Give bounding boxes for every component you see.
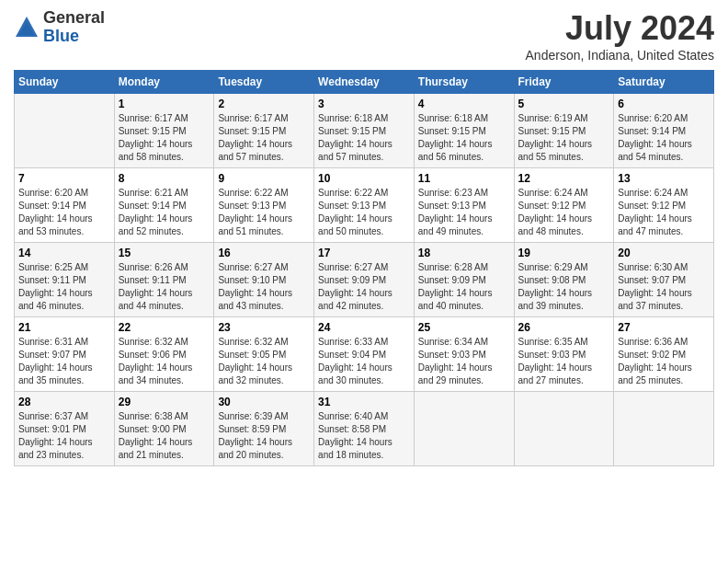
logo-icon <box>14 15 40 40</box>
calendar-cell: 22 Sunrise: 6:32 AMSunset: 9:06 PMDaylig… <box>114 317 214 392</box>
day-info: Sunrise: 6:18 AMSunset: 9:15 PMDaylight:… <box>318 112 410 164</box>
day-info: Sunrise: 6:17 AMSunset: 9:15 PMDaylight:… <box>218 112 310 164</box>
calendar-cell: 16 Sunrise: 6:27 AMSunset: 9:10 PMDaylig… <box>214 243 314 317</box>
day-info: Sunrise: 6:24 AMSunset: 9:12 PMDaylight:… <box>518 187 610 238</box>
day-info: Sunrise: 6:32 AMSunset: 9:05 PMDaylight:… <box>218 336 310 387</box>
day-info: Sunrise: 6:22 AMSunset: 9:13 PMDaylight:… <box>218 187 310 238</box>
day-info: Sunrise: 6:22 AMSunset: 9:13 PMDaylight:… <box>318 187 410 238</box>
calendar-cell: 29 Sunrise: 6:38 AMSunset: 9:00 PMDaylig… <box>114 392 214 466</box>
calendar-cell: 19 Sunrise: 6:29 AMSunset: 9:08 PMDaylig… <box>514 243 614 317</box>
day-number: 15 <box>119 247 210 259</box>
main-title: July 2024 <box>526 9 714 48</box>
calendar-cell: 23 Sunrise: 6:32 AMSunset: 9:05 PMDaylig… <box>214 317 314 392</box>
calendar-week-0: 1 Sunrise: 6:17 AMSunset: 9:15 PMDayligh… <box>15 94 714 168</box>
day-number: 19 <box>518 247 610 259</box>
calendar-cell <box>514 392 614 466</box>
calendar-cell: 11 Sunrise: 6:23 AMSunset: 9:13 PMDaylig… <box>414 168 514 243</box>
day-number: 13 <box>618 172 710 185</box>
header-saturday: Saturday <box>614 71 714 94</box>
calendar-cell: 1 Sunrise: 6:17 AMSunset: 9:15 PMDayligh… <box>114 94 214 168</box>
calendar-cell: 9 Sunrise: 6:22 AMSunset: 9:13 PMDayligh… <box>214 168 314 243</box>
day-number: 11 <box>418 172 510 185</box>
day-number: 9 <box>218 172 310 185</box>
day-info: Sunrise: 6:20 AMSunset: 9:14 PMDaylight:… <box>618 112 710 164</box>
header-sunday: Sunday <box>15 71 115 94</box>
day-number: 17 <box>318 247 410 259</box>
day-info: Sunrise: 6:35 AMSunset: 9:03 PMDaylight:… <box>518 336 610 387</box>
day-number: 28 <box>18 396 110 408</box>
day-info: Sunrise: 6:27 AMSunset: 9:09 PMDaylight:… <box>318 261 410 313</box>
day-info: Sunrise: 6:34 AMSunset: 9:03 PMDaylight:… <box>418 336 510 387</box>
day-number: 12 <box>518 172 610 185</box>
header-monday: Monday <box>114 71 214 94</box>
day-number: 23 <box>218 321 310 334</box>
header-tuesday: Tuesday <box>214 71 314 94</box>
day-info: Sunrise: 6:20 AMSunset: 9:14 PMDaylight:… <box>18 187 110 238</box>
day-number: 2 <box>218 98 310 110</box>
day-number: 16 <box>218 247 310 259</box>
day-number: 6 <box>618 98 710 110</box>
day-number: 20 <box>618 247 710 259</box>
day-info: Sunrise: 6:26 AMSunset: 9:11 PMDaylight:… <box>119 261 210 313</box>
calendar-week-4: 28 Sunrise: 6:37 AMSunset: 9:01 PMDaylig… <box>15 392 714 466</box>
day-number: 7 <box>18 172 110 185</box>
day-info: Sunrise: 6:31 AMSunset: 9:07 PMDaylight:… <box>18 336 110 387</box>
day-number: 14 <box>18 247 110 259</box>
day-info: Sunrise: 6:38 AMSunset: 9:00 PMDaylight:… <box>119 410 210 462</box>
calendar-cell: 6 Sunrise: 6:20 AMSunset: 9:14 PMDayligh… <box>614 94 714 168</box>
day-number: 25 <box>418 321 510 334</box>
day-info: Sunrise: 6:18 AMSunset: 9:15 PMDaylight:… <box>418 112 510 164</box>
header-thursday: Thursday <box>414 71 514 94</box>
calendar-cell: 18 Sunrise: 6:28 AMSunset: 9:09 PMDaylig… <box>414 243 514 317</box>
day-info: Sunrise: 6:40 AMSunset: 8:58 PMDaylight:… <box>318 410 410 462</box>
calendar-cell: 27 Sunrise: 6:36 AMSunset: 9:02 PMDaylig… <box>614 317 714 392</box>
calendar-cell: 20 Sunrise: 6:30 AMSunset: 9:07 PMDaylig… <box>614 243 714 317</box>
calendar-cell: 17 Sunrise: 6:27 AMSunset: 9:09 PMDaylig… <box>314 243 415 317</box>
day-info: Sunrise: 6:29 AMSunset: 9:08 PMDaylight:… <box>518 261 610 313</box>
calendar-cell: 30 Sunrise: 6:39 AMSunset: 8:59 PMDaylig… <box>214 392 314 466</box>
calendar-cell: 25 Sunrise: 6:34 AMSunset: 9:03 PMDaylig… <box>414 317 514 392</box>
page-header: General Blue July 2024 Anderson, Indiana… <box>14 9 714 63</box>
day-number: 4 <box>418 98 510 110</box>
calendar-cell: 8 Sunrise: 6:21 AMSunset: 9:14 PMDayligh… <box>114 168 214 243</box>
calendar-cell: 31 Sunrise: 6:40 AMSunset: 8:58 PMDaylig… <box>314 392 415 466</box>
logo-text: General Blue <box>43 9 105 46</box>
calendar-cell: 24 Sunrise: 6:33 AMSunset: 9:04 PMDaylig… <box>314 317 415 392</box>
day-info: Sunrise: 6:28 AMSunset: 9:09 PMDaylight:… <box>418 261 510 313</box>
calendar-cell <box>614 392 714 466</box>
day-number: 29 <box>119 396 210 408</box>
calendar-table: SundayMondayTuesdayWednesdayThursdayFrid… <box>14 70 714 466</box>
day-info: Sunrise: 6:24 AMSunset: 9:12 PMDaylight:… <box>618 187 710 238</box>
day-number: 18 <box>418 247 510 259</box>
subtitle: Anderson, Indiana, United States <box>526 48 714 63</box>
logo-blue: Blue <box>43 28 105 46</box>
day-info: Sunrise: 6:25 AMSunset: 9:11 PMDaylight:… <box>18 261 110 313</box>
day-number: 26 <box>518 321 610 334</box>
calendar-cell <box>15 94 115 168</box>
day-number: 30 <box>218 396 310 408</box>
header-friday: Friday <box>514 71 614 94</box>
calendar-cell: 12 Sunrise: 6:24 AMSunset: 9:12 PMDaylig… <box>514 168 614 243</box>
header-wednesday: Wednesday <box>314 71 415 94</box>
calendar-cell: 21 Sunrise: 6:31 AMSunset: 9:07 PMDaylig… <box>15 317 115 392</box>
day-info: Sunrise: 6:17 AMSunset: 9:15 PMDaylight:… <box>119 112 210 164</box>
day-number: 10 <box>318 172 410 185</box>
calendar-cell: 7 Sunrise: 6:20 AMSunset: 9:14 PMDayligh… <box>15 168 115 243</box>
calendar-cell: 4 Sunrise: 6:18 AMSunset: 9:15 PMDayligh… <box>414 94 514 168</box>
day-number: 1 <box>119 98 210 110</box>
calendar-week-3: 21 Sunrise: 6:31 AMSunset: 9:07 PMDaylig… <box>15 317 714 392</box>
day-number: 27 <box>618 321 710 334</box>
calendar-cell <box>414 392 514 466</box>
day-number: 21 <box>18 321 110 334</box>
day-info: Sunrise: 6:19 AMSunset: 9:15 PMDaylight:… <box>518 112 610 164</box>
day-number: 22 <box>119 321 210 334</box>
calendar-week-1: 7 Sunrise: 6:20 AMSunset: 9:14 PMDayligh… <box>15 168 714 243</box>
day-info: Sunrise: 6:30 AMSunset: 9:07 PMDaylight:… <box>618 261 710 313</box>
calendar-cell: 15 Sunrise: 6:26 AMSunset: 9:11 PMDaylig… <box>114 243 214 317</box>
title-block: July 2024 Anderson, Indiana, United Stat… <box>526 9 714 63</box>
calendar-week-2: 14 Sunrise: 6:25 AMSunset: 9:11 PMDaylig… <box>15 243 714 317</box>
logo: General Blue <box>14 9 105 46</box>
day-number: 3 <box>318 98 410 110</box>
logo-general: General <box>43 9 105 28</box>
calendar-cell: 2 Sunrise: 6:17 AMSunset: 9:15 PMDayligh… <box>214 94 314 168</box>
